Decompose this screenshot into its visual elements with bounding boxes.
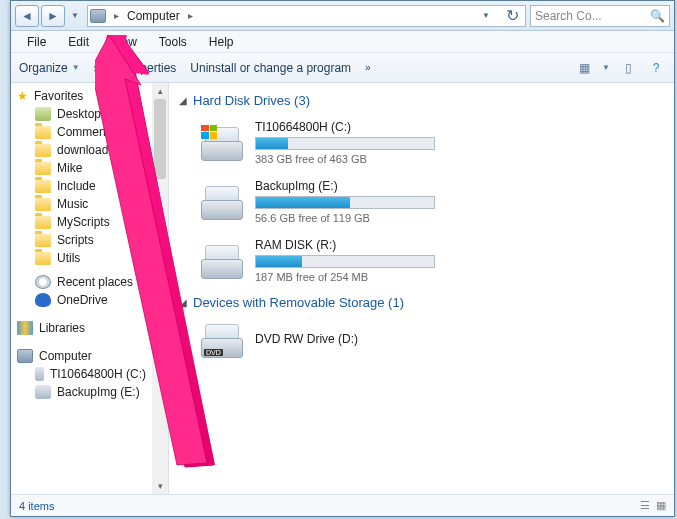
view-mode-button[interactable]: ▦: [574, 59, 594, 77]
drive-icon: [201, 184, 243, 220]
computer-header[interactable]: Computer: [11, 347, 152, 365]
sidebar-item-recent[interactable]: Recent places: [11, 273, 152, 291]
folder-icon: [35, 216, 51, 229]
folder-icon: [35, 126, 51, 139]
sidebar-item-myscripts[interactable]: MyScripts: [11, 213, 152, 231]
folder-icon: [35, 180, 51, 193]
refresh-icon: ↻: [506, 6, 519, 25]
view-controls: ▦ ▼ ▯ ?: [574, 59, 666, 77]
drive-usage-bar: [255, 255, 435, 268]
organize-button[interactable]: Organize ▼: [19, 61, 80, 75]
drive-item-e[interactable]: BackupImg (E:) 56.6 GB free of 119 GB: [179, 175, 664, 234]
computer-group: Computer TI10664800H (C:) BackupImg (E:): [11, 347, 152, 401]
computer-label: Computer: [39, 349, 92, 363]
star-icon: ★: [17, 89, 28, 103]
tiles-view-icon[interactable]: ▦: [656, 499, 666, 512]
drive-usage-bar: [255, 196, 435, 209]
preview-pane-button[interactable]: ▯: [618, 59, 638, 77]
section-title: Hard Disk Drives (3): [193, 93, 310, 108]
address-bar[interactable]: ▸ Computer ▸ ▼ ↻: [87, 5, 526, 27]
details-view-icon[interactable]: ☰: [640, 499, 650, 512]
favorites-header[interactable]: ★ Favorites: [11, 87, 152, 105]
scroll-thumb[interactable]: [154, 99, 166, 179]
drive-free-text: 383 GB free of 463 GB: [255, 153, 664, 165]
sidebar-item-include[interactable]: Include: [11, 177, 152, 195]
sidebar-item-label: MyScripts: [57, 215, 110, 229]
drive-name: RAM DISK (R:): [255, 238, 664, 252]
sidebar-item-scripts[interactable]: Scripts: [11, 231, 152, 249]
search-icon: 🔍: [650, 9, 665, 23]
chevron-down-icon: ▼: [482, 11, 490, 20]
sidebar-item-mike[interactable]: Mike: [11, 159, 152, 177]
sidebar-item-commented[interactable]: Commented: [11, 123, 152, 141]
collapse-triangle-icon: ◢: [179, 297, 187, 308]
search-input[interactable]: Search Co... 🔍: [530, 5, 670, 27]
help-icon: ?: [653, 61, 660, 75]
sidebar-item-download[interactable]: download: [11, 141, 152, 159]
menu-tools[interactable]: Tools: [149, 33, 197, 51]
folder-icon: [35, 162, 51, 175]
nav-buttons: ◄ ► ▼: [15, 5, 83, 27]
body: ★ Favorites Desktop Commented download M…: [11, 83, 674, 494]
drive-item-r[interactable]: RAM DISK (R:) 187 MB free of 254 MB: [179, 234, 664, 293]
scroll-up-icon[interactable]: ▴: [152, 83, 168, 99]
drive-name: BackupImg (E:): [255, 179, 664, 193]
sidebar-item-label: Utils: [57, 251, 80, 265]
help-button[interactable]: ?: [646, 59, 666, 77]
section-title: Devices with Removable Storage (1): [193, 295, 404, 310]
drive-usage-fill: [256, 256, 302, 267]
address-dropdown-button[interactable]: ▼: [475, 11, 497, 20]
sidebar-item-drive-e[interactable]: BackupImg (E:): [11, 383, 152, 401]
sidebar-item-label: Mike: [57, 161, 82, 175]
props-label: stem properties: [94, 61, 177, 75]
sidebar-item-label: BackupImg (E:): [57, 385, 140, 399]
forward-button[interactable]: ►: [41, 5, 65, 27]
organize-label: Organize: [19, 61, 68, 75]
section-removable-storage[interactable]: ◢ Devices with Removable Storage (1): [179, 295, 664, 310]
chevron-double-right-icon: »: [365, 62, 371, 73]
drive-name: TI10664800H (C:): [255, 120, 664, 134]
recent-icon: [35, 275, 51, 289]
drive-usage-fill: [256, 197, 350, 208]
status-view-icons: ☰ ▦: [640, 499, 666, 512]
recent-dropdown[interactable]: ▼: [67, 5, 83, 27]
drive-info: RAM DISK (R:) 187 MB free of 254 MB: [255, 238, 664, 283]
sidebar-item-label: TI10664800H (C:): [50, 367, 146, 381]
sidebar-item-drive-c[interactable]: TI10664800H (C:): [11, 365, 152, 383]
sidebar-item-music[interactable]: Music: [11, 195, 152, 213]
menu-view[interactable]: View: [101, 33, 147, 51]
chevron-right-icon: ▸: [184, 10, 197, 21]
folder-icon: [35, 198, 51, 211]
scroll-down-icon[interactable]: ▾: [152, 478, 168, 494]
folder-icon: [35, 144, 51, 157]
menu-file[interactable]: File: [17, 33, 56, 51]
libraries-label: Libraries: [39, 321, 85, 335]
sidebar-item-label: Music: [57, 197, 88, 211]
libraries-header[interactable]: Libraries: [11, 319, 152, 337]
sidebar-item-onedrive[interactable]: OneDrive: [11, 291, 152, 309]
favorites-group: ★ Favorites Desktop Commented download M…: [11, 87, 152, 309]
back-button[interactable]: ◄: [15, 5, 39, 27]
drive-usage-fill: [256, 138, 288, 149]
sidebar-item-desktop[interactable]: Desktop: [11, 105, 152, 123]
section-hard-disk-drives[interactable]: ◢ Hard Disk Drives (3): [179, 93, 664, 108]
pane-icon: ▯: [625, 61, 632, 75]
sidebar-scrollbar[interactable]: ▴ ▾: [152, 83, 168, 494]
system-properties-button[interactable]: stem properties: [94, 61, 177, 75]
menu-help[interactable]: Help: [199, 33, 244, 51]
sidebar-item-label: Commented: [57, 125, 122, 139]
address-location: Computer: [127, 9, 180, 23]
drive-icon: [201, 243, 243, 279]
sidebar-item-label: Scripts: [57, 233, 94, 247]
drive-item-c[interactable]: TI10664800H (C:) 383 GB free of 463 GB: [179, 116, 664, 175]
drive-item-d[interactable]: DVD DVD RW Drive (D:): [179, 318, 664, 368]
drive-icon: [35, 385, 51, 399]
menu-edit[interactable]: Edit: [58, 33, 99, 51]
overflow-button[interactable]: »: [365, 62, 371, 73]
content-pane: ◢ Hard Disk Drives (3) TI10664800H (C:) …: [169, 83, 674, 494]
chevron-down-icon[interactable]: ▼: [602, 63, 610, 72]
sidebar-item-utils[interactable]: Utils: [11, 249, 152, 267]
uninstall-button[interactable]: Uninstall or change a program: [190, 61, 351, 75]
refresh-button[interactable]: ↻: [501, 6, 523, 25]
arrow-right-icon: ►: [47, 9, 59, 23]
